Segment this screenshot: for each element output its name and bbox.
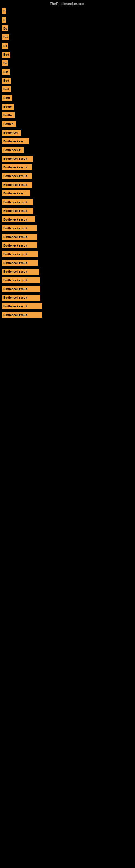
bar-row: Bottleneck result bbox=[0, 215, 135, 224]
bar-row: Bott bbox=[0, 76, 135, 85]
bar-label: Bottleneck result bbox=[2, 277, 40, 283]
bar-label: Bo bbox=[2, 26, 8, 31]
bar-row: Bottleneck result bbox=[0, 250, 135, 258]
bar-row: Bottl bbox=[0, 94, 135, 102]
bar-label: Bottleneck bbox=[2, 130, 21, 135]
bar-row: Bottleneck result bbox=[0, 258, 135, 267]
bar-row: Bottleneck result bbox=[0, 163, 135, 172]
bar-row: Bo bbox=[0, 59, 135, 67]
bar-label: Bottleneck resu bbox=[2, 138, 29, 144]
bar-row: Bottleneck result bbox=[0, 207, 135, 215]
bar-label: Bottleneck result bbox=[2, 303, 42, 309]
bar-label: Bott bbox=[2, 86, 11, 92]
bar-label: Bo bbox=[2, 60, 8, 66]
bar-label: Bottlen bbox=[2, 121, 16, 127]
bar-label: Bottleneck r bbox=[2, 147, 24, 153]
bar-row: Bott bbox=[0, 85, 135, 94]
bar-row: Bo bbox=[0, 41, 135, 50]
bar-label: Bottleneck result bbox=[2, 173, 32, 179]
bar-row: Bottleneck result bbox=[0, 241, 135, 250]
bar-label: Bottleneck result bbox=[2, 234, 37, 240]
bar-label: Bottleneck result bbox=[2, 294, 41, 301]
bar-row: Bottleneck result bbox=[0, 293, 135, 302]
bar-label: Bot bbox=[2, 69, 10, 75]
bar-row: Bottleneck r bbox=[0, 146, 135, 154]
bar-label: Bot bbox=[2, 34, 9, 40]
bar-label: Bottleneck result bbox=[2, 260, 38, 266]
bar-label: Bott bbox=[2, 78, 11, 84]
bar-row: Bo bbox=[0, 24, 135, 33]
bar-row: B bbox=[0, 16, 135, 24]
bar-row: Bottleneck result bbox=[0, 284, 135, 293]
bar-row: Bottleneck result bbox=[0, 267, 135, 276]
bar-label: Bottle bbox=[2, 104, 14, 110]
bar-label: Bottle bbox=[2, 112, 14, 118]
bar-row: Bottleneck resu bbox=[0, 189, 135, 198]
bar-label: Bottleneck result bbox=[2, 225, 37, 231]
bar-label: Bottleneck result bbox=[2, 208, 34, 214]
bar-label: B bbox=[2, 8, 6, 14]
bar-label: Bottleneck result bbox=[2, 156, 33, 162]
bar-row: Bottleneck result bbox=[0, 302, 135, 311]
bar-label: Bottleneck result bbox=[2, 164, 32, 170]
bar-row: Bottle bbox=[0, 111, 135, 120]
bar-row: Bottleneck result bbox=[0, 276, 135, 284]
bar-label: Bo bbox=[2, 43, 8, 49]
bar-row: Bottlen bbox=[0, 120, 135, 128]
bar-row: B bbox=[0, 7, 135, 16]
bar-label: Bottleneck result bbox=[2, 286, 41, 292]
bar-row: Bot bbox=[0, 33, 135, 41]
bar-row: Bottleneck result bbox=[0, 180, 135, 189]
bar-label: B bbox=[2, 17, 6, 23]
bar-row: Bottleneck bbox=[0, 128, 135, 137]
site-title: TheBottlenecker.com bbox=[0, 0, 135, 7]
bar-row: Bottleneck result bbox=[0, 172, 135, 180]
bar-row: Bottle bbox=[0, 102, 135, 111]
bar-row: Bot bbox=[0, 67, 135, 76]
bar-row: Bottleneck result bbox=[0, 198, 135, 207]
bar-row: Bottleneck result bbox=[0, 154, 135, 163]
bar-row: Bott bbox=[0, 50, 135, 59]
bar-label: Bottleneck result bbox=[2, 312, 42, 318]
bar-label: Bottleneck result bbox=[2, 243, 37, 248]
bar-label: Bottleneck result bbox=[2, 216, 35, 222]
bar-label: Bottleneck result bbox=[2, 182, 32, 188]
bars-container: BBBoBotBoBottBoBotBottBottBottlBottleBot… bbox=[0, 7, 135, 319]
bar-label: Bottl bbox=[2, 95, 12, 101]
bar-label: Bottleneck resu bbox=[2, 190, 30, 196]
bar-row: Bottleneck resu bbox=[0, 137, 135, 146]
bar-label: Bottleneck result bbox=[2, 199, 33, 205]
bar-label: Bottleneck result bbox=[2, 269, 39, 275]
bar-row: Bottleneck result bbox=[0, 224, 135, 232]
bar-row: Bottleneck result bbox=[0, 311, 135, 319]
bar-label: Bott bbox=[2, 52, 10, 58]
bar-label: Bottleneck result bbox=[2, 251, 38, 257]
bar-row: Bottleneck result bbox=[0, 232, 135, 241]
